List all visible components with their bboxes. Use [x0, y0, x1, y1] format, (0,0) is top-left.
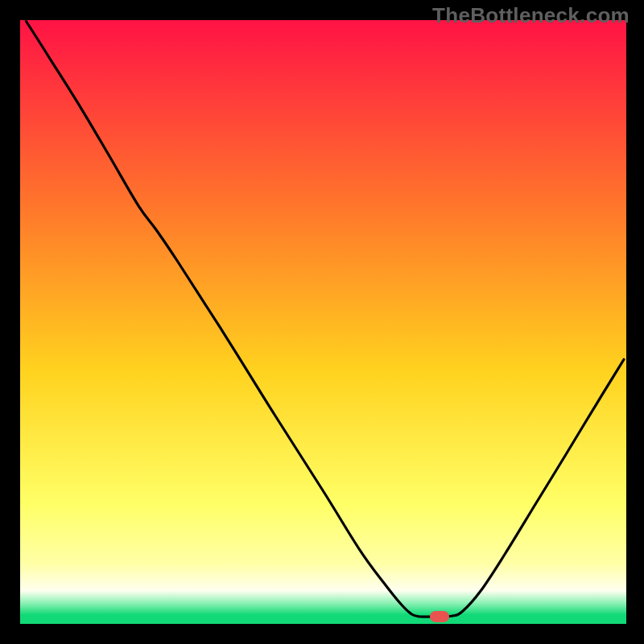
curve-svg	[20, 20, 626, 624]
curve-path	[27, 22, 625, 617]
chart-stage: TheBottleneck.com	[0, 0, 644, 644]
plot-area	[20, 20, 626, 624]
min-marker	[430, 611, 449, 622]
watermark-text: TheBottleneck.com	[432, 3, 630, 28]
